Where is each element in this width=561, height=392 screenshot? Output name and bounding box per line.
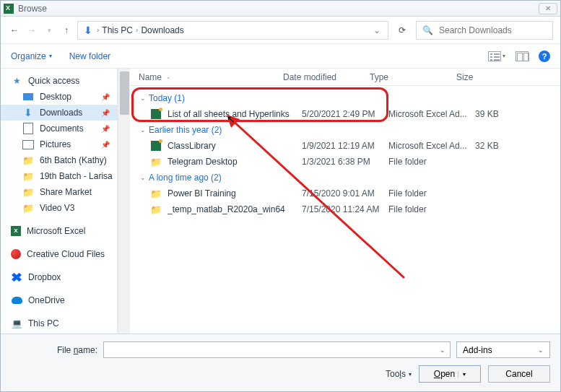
group-header-earlier-year[interactable]: ⌄ Earlier this year (2) bbox=[140, 122, 560, 138]
file-row[interactable]: 📁 Telegram Desktop 1/3/2021 6:38 PM File… bbox=[140, 154, 560, 170]
file-name: Power BI Training bbox=[168, 188, 302, 199]
caret-down-icon: ▾ bbox=[503, 53, 505, 59]
file-row[interactable]: ClassLibrary 1/9/2021 12:19 AM Microsoft… bbox=[140, 138, 560, 154]
forward-button[interactable]: → bbox=[25, 25, 38, 35]
help-button[interactable]: ? bbox=[539, 51, 550, 62]
pin-icon: 📌 bbox=[101, 125, 110, 133]
folder-icon: 📁 bbox=[22, 154, 34, 166]
sidebar-item-label: Video V3 bbox=[40, 203, 75, 213]
toolbar: Organize ▾ New folder ▾ ? bbox=[1, 44, 560, 69]
file-date: 7/15/2020 9:01 AM bbox=[302, 188, 388, 199]
sidebar-item-label: Downloads bbox=[40, 108, 82, 118]
sidebar-item-label: Microsoft Excel bbox=[27, 226, 85, 236]
sidebar-item-documents[interactable]: Documents 📌 bbox=[1, 121, 117, 136]
sidebar-quick-access[interactable]: ★ Quick access bbox=[1, 73, 117, 89]
preview-pane-button[interactable] bbox=[516, 51, 529, 61]
group-title: Earlier this year (2) bbox=[149, 125, 222, 135]
navigation-sidebar: ★ Quick access Desktop 📌 ⬇ Downloads 📌 D… bbox=[1, 69, 118, 334]
file-row[interactable]: 📁 _temp_matlab_R2020a_win64 7/15/2020 11… bbox=[140, 201, 560, 217]
sidebar-item-folder[interactable]: 📁 6th Batch (Kathy) bbox=[1, 152, 117, 168]
sidebar-item-onedrive[interactable]: OneDrive bbox=[1, 292, 117, 308]
sidebar-item-dropbox[interactable]: Dropbox bbox=[1, 269, 117, 285]
chevron-down-icon: ⌄ bbox=[140, 95, 146, 102]
tools-menu[interactable]: Tools ▾ bbox=[386, 369, 412, 379]
address-dropdown[interactable]: ⌄ bbox=[370, 25, 383, 35]
search-input[interactable] bbox=[439, 25, 547, 35]
download-icon: ⬇ bbox=[82, 25, 94, 36]
new-folder-label: New folder bbox=[69, 51, 110, 61]
file-row[interactable]: List of all sheets and Hyperlinks 5/20/2… bbox=[140, 106, 560, 122]
excel-icon bbox=[11, 226, 21, 236]
sidebar-item-folder[interactable]: 📁 19th Batch - Larisa bbox=[1, 168, 117, 184]
column-header-type[interactable]: Type bbox=[370, 72, 456, 82]
sidebar-scrollbar[interactable] bbox=[118, 69, 130, 334]
file-name: _temp_matlab_R2020a_win64 bbox=[168, 204, 302, 214]
sidebar-item-pictures[interactable]: Pictures 📌 bbox=[1, 136, 117, 152]
breadcrumb-folder[interactable]: Downloads bbox=[141, 25, 183, 35]
file-row[interactable]: 📁 Power BI Training 7/15/2020 9:01 AM Fi… bbox=[140, 186, 560, 201]
pin-icon: 📌 bbox=[101, 93, 110, 101]
cancel-button[interactable]: Cancel bbox=[488, 365, 550, 383]
column-header-date[interactable]: Date modified bbox=[283, 72, 370, 82]
file-list: ⌄ Today (1) List of all sheets and Hyper… bbox=[130, 86, 560, 334]
refresh-button[interactable]: ⟳ bbox=[393, 21, 412, 40]
sidebar-item-downloads[interactable]: ⬇ Downloads 📌 bbox=[1, 105, 117, 121]
sort-indicator-icon: ⌄ bbox=[166, 74, 171, 80]
search-box[interactable]: 🔍 bbox=[416, 21, 553, 40]
group-header-today[interactable]: ⌄ Today (1) bbox=[140, 90, 560, 106]
file-type: File folder bbox=[388, 188, 475, 199]
file-size: 32 KB bbox=[475, 141, 518, 151]
caret-down-icon: ⌄ bbox=[440, 347, 445, 354]
column-header-size[interactable]: Size bbox=[456, 72, 500, 82]
excel-app-icon bbox=[4, 4, 14, 14]
sidebar-item-folder[interactable]: 📁 Share Market bbox=[1, 184, 117, 200]
sidebar-item-label: Pictures bbox=[40, 139, 71, 149]
document-icon bbox=[22, 123, 34, 134]
folder-icon: 📁 bbox=[150, 188, 162, 199]
file-size: 39 KB bbox=[475, 109, 518, 119]
sidebar-item-creative-cloud[interactable]: Creative Cloud Files bbox=[1, 246, 117, 262]
pin-icon: 📌 bbox=[101, 141, 110, 149]
address-bar[interactable]: ⬇ › This PC › Downloads ⌄ bbox=[77, 21, 388, 40]
sidebar-item-this-pc[interactable]: 💻 This PC bbox=[1, 315, 117, 331]
excel-file-icon bbox=[151, 141, 161, 151]
view-mode-button[interactable]: ▾ bbox=[488, 51, 505, 61]
column-header-name[interactable]: Name ⌄ bbox=[139, 72, 283, 82]
pc-icon: 💻 bbox=[11, 318, 22, 329]
organize-menu[interactable]: Organize ▾ bbox=[11, 51, 52, 61]
file-date: 7/15/2020 11:24 AM bbox=[302, 204, 388, 214]
new-folder-button[interactable]: New folder bbox=[69, 51, 110, 61]
file-type-filter[interactable]: Add-ins ⌄ bbox=[456, 341, 550, 358]
group-header-long-ago[interactable]: ⌄ A long time ago (2) bbox=[140, 170, 560, 186]
file-type: Microsoft Excel Ad... bbox=[388, 141, 475, 151]
up-button[interactable]: ↑ bbox=[60, 25, 73, 35]
window-title: Browse bbox=[18, 4, 47, 14]
cancel-label: Cancel bbox=[505, 369, 532, 379]
desktop-icon bbox=[22, 91, 34, 103]
sidebar-item-3d-objects[interactable]: 3D Objects bbox=[1, 331, 117, 334]
scrollbar-thumb[interactable] bbox=[120, 71, 129, 115]
star-icon: ★ bbox=[11, 75, 22, 87]
open-button[interactable]: Open ▾ bbox=[419, 365, 481, 383]
dialog-body: ★ Quick access Desktop 📌 ⬇ Downloads 📌 D… bbox=[1, 69, 560, 334]
sidebar-item-excel[interactable]: Microsoft Excel bbox=[1, 223, 117, 239]
file-date: 5/20/2021 2:49 PM bbox=[302, 109, 388, 119]
file-date: 1/9/2021 12:19 AM bbox=[302, 141, 388, 151]
close-button[interactable]: ✕ bbox=[539, 3, 557, 14]
column-label: Name bbox=[139, 72, 162, 82]
breadcrumb-root[interactable]: This PC bbox=[102, 25, 133, 35]
back-button[interactable]: ← bbox=[8, 25, 21, 35]
group-title: Today (1) bbox=[149, 93, 185, 103]
sidebar-item-desktop[interactable]: Desktop 📌 bbox=[1, 89, 117, 105]
folder-icon: 📁 bbox=[22, 202, 34, 214]
folder-icon: 📁 bbox=[22, 170, 34, 182]
column-headers: Name ⌄ Date modified Type Size bbox=[130, 69, 560, 86]
annotation-cursor-icon: ↖ bbox=[227, 113, 235, 125]
recent-dropdown[interactable]: ▾ bbox=[43, 27, 56, 34]
filename-input[interactable]: ⌄ bbox=[103, 341, 451, 358]
filter-label: Add-ins bbox=[463, 345, 492, 355]
sidebar-item-folder[interactable]: 📁 Video V3 bbox=[1, 200, 117, 216]
organize-label: Organize bbox=[11, 51, 46, 61]
file-type: File folder bbox=[388, 204, 475, 214]
group-title: A long time ago (2) bbox=[149, 173, 222, 183]
